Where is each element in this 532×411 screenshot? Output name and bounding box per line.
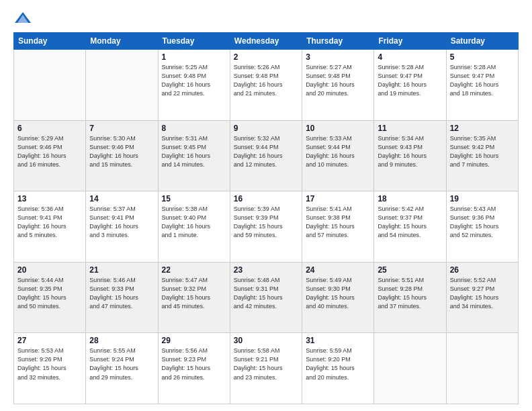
day-number: 18: [378, 194, 442, 203]
day-info: Sunrise: 5:27 AM Sunset: 9:48 PM Dayligh…: [306, 63, 370, 98]
calendar-week-row: 20Sunrise: 5:44 AM Sunset: 9:35 PM Dayli…: [14, 262, 519, 333]
day-header-friday: Friday: [374, 33, 446, 50]
day-header-monday: Monday: [86, 33, 158, 50]
day-info: Sunrise: 5:47 AM Sunset: 9:32 PM Dayligh…: [162, 276, 226, 311]
day-number: 11: [378, 124, 442, 133]
day-info: Sunrise: 5:31 AM Sunset: 9:45 PM Dayligh…: [162, 134, 226, 169]
calendar-cell: 11Sunrise: 5:34 AM Sunset: 9:43 PM Dayli…: [374, 120, 446, 191]
page: SundayMondayTuesdayWednesdayThursdayFrid…: [0, 0, 532, 411]
calendar-cell: 10Sunrise: 5:33 AM Sunset: 9:44 PM Dayli…: [302, 120, 374, 191]
calendar-cell: 29Sunrise: 5:56 AM Sunset: 9:23 PM Dayli…: [158, 333, 230, 404]
day-info: Sunrise: 5:41 AM Sunset: 9:38 PM Dayligh…: [306, 205, 370, 240]
day-info: Sunrise: 5:59 AM Sunset: 9:20 PM Dayligh…: [306, 347, 370, 381]
day-info: Sunrise: 5:30 AM Sunset: 9:46 PM Dayligh…: [89, 134, 154, 169]
day-info: Sunrise: 5:48 AM Sunset: 9:31 PM Dayligh…: [234, 276, 298, 311]
calendar-cell: 4Sunrise: 5:28 AM Sunset: 9:47 PM Daylig…: [374, 50, 446, 121]
day-number: 9: [234, 124, 298, 133]
day-info: Sunrise: 5:36 AM Sunset: 9:41 PM Dayligh…: [17, 205, 82, 240]
day-number: 22: [162, 265, 226, 275]
day-number: 17: [306, 194, 370, 203]
calendar-cell: 12Sunrise: 5:35 AM Sunset: 9:42 PM Dayli…: [446, 120, 518, 191]
day-info: Sunrise: 5:58 AM Sunset: 9:21 PM Dayligh…: [234, 347, 298, 381]
day-number: 16: [234, 194, 298, 203]
day-header-wednesday: Wednesday: [230, 33, 302, 50]
day-number: 23: [234, 265, 298, 275]
calendar: SundayMondayTuesdayWednesdayThursdayFrid…: [13, 32, 519, 404]
calendar-cell: 8Sunrise: 5:31 AM Sunset: 9:45 PM Daylig…: [158, 120, 230, 191]
day-header-tuesday: Tuesday: [158, 33, 230, 50]
day-number: 1: [162, 52, 226, 62]
day-info: Sunrise: 5:26 AM Sunset: 9:48 PM Dayligh…: [234, 63, 298, 98]
day-number: 28: [89, 336, 154, 345]
day-number: 12: [450, 124, 515, 133]
calendar-cell: 14Sunrise: 5:37 AM Sunset: 9:41 PM Dayli…: [86, 191, 158, 263]
day-info: Sunrise: 5:44 AM Sunset: 9:35 PM Dayligh…: [17, 276, 82, 311]
day-info: Sunrise: 5:52 AM Sunset: 9:27 PM Dayligh…: [450, 276, 515, 311]
day-number: 24: [306, 265, 370, 275]
day-number: 10: [306, 124, 370, 133]
day-info: Sunrise: 5:55 AM Sunset: 9:24 PM Dayligh…: [89, 347, 154, 381]
calendar-cell: 3Sunrise: 5:27 AM Sunset: 9:48 PM Daylig…: [302, 50, 374, 121]
day-number: 30: [234, 336, 298, 345]
day-info: Sunrise: 5:34 AM Sunset: 9:43 PM Dayligh…: [378, 134, 442, 169]
day-number: 26: [450, 265, 515, 275]
calendar-cell: 18Sunrise: 5:42 AM Sunset: 9:37 PM Dayli…: [374, 191, 446, 263]
day-info: Sunrise: 5:38 AM Sunset: 9:40 PM Dayligh…: [162, 205, 226, 240]
calendar-week-row: 1Sunrise: 5:25 AM Sunset: 9:48 PM Daylig…: [14, 50, 519, 121]
day-number: 2: [234, 52, 298, 62]
calendar-cell: 25Sunrise: 5:51 AM Sunset: 9:28 PM Dayli…: [374, 262, 446, 333]
day-number: 29: [162, 336, 226, 345]
calendar-header-row: SundayMondayTuesdayWednesdayThursdayFrid…: [14, 33, 519, 50]
day-info: Sunrise: 5:28 AM Sunset: 9:47 PM Dayligh…: [450, 63, 515, 98]
day-info: Sunrise: 5:33 AM Sunset: 9:44 PM Dayligh…: [306, 134, 370, 169]
day-number: 3: [306, 52, 370, 62]
calendar-cell: 7Sunrise: 5:30 AM Sunset: 9:46 PM Daylig…: [86, 120, 158, 191]
calendar-cell: 21Sunrise: 5:46 AM Sunset: 9:33 PM Dayli…: [86, 262, 158, 333]
calendar-cell: 27Sunrise: 5:53 AM Sunset: 9:26 PM Dayli…: [14, 333, 86, 404]
day-number: 25: [378, 265, 442, 275]
calendar-cell: 17Sunrise: 5:41 AM Sunset: 9:38 PM Dayli…: [302, 191, 374, 263]
day-header-saturday: Saturday: [446, 33, 518, 50]
day-info: Sunrise: 5:29 AM Sunset: 9:46 PM Dayligh…: [17, 134, 82, 169]
day-header-thursday: Thursday: [302, 33, 374, 50]
day-number: 6: [17, 124, 82, 133]
day-info: Sunrise: 5:49 AM Sunset: 9:30 PM Dayligh…: [306, 276, 370, 311]
day-number: 4: [378, 52, 442, 62]
day-number: 5: [450, 52, 515, 62]
calendar-cell: 23Sunrise: 5:48 AM Sunset: 9:31 PM Dayli…: [230, 262, 302, 333]
day-info: Sunrise: 5:43 AM Sunset: 9:36 PM Dayligh…: [450, 205, 515, 240]
calendar-week-row: 13Sunrise: 5:36 AM Sunset: 9:41 PM Dayli…: [14, 191, 519, 263]
calendar-cell: 26Sunrise: 5:52 AM Sunset: 9:27 PM Dayli…: [446, 262, 518, 333]
calendar-cell: 22Sunrise: 5:47 AM Sunset: 9:32 PM Dayli…: [158, 262, 230, 333]
day-info: Sunrise: 5:46 AM Sunset: 9:33 PM Dayligh…: [89, 276, 154, 311]
day-info: Sunrise: 5:56 AM Sunset: 9:23 PM Dayligh…: [162, 347, 226, 381]
calendar-cell: 16Sunrise: 5:39 AM Sunset: 9:39 PM Dayli…: [230, 191, 302, 263]
calendar-cell: 31Sunrise: 5:59 AM Sunset: 9:20 PM Dayli…: [302, 333, 374, 404]
calendar-cell: 19Sunrise: 5:43 AM Sunset: 9:36 PM Dayli…: [446, 191, 518, 263]
day-number: 31: [306, 336, 370, 345]
calendar-cell: 2Sunrise: 5:26 AM Sunset: 9:48 PM Daylig…: [230, 50, 302, 121]
day-number: 8: [162, 124, 226, 133]
day-number: 13: [17, 194, 82, 203]
calendar-week-row: 27Sunrise: 5:53 AM Sunset: 9:26 PM Dayli…: [14, 333, 519, 404]
day-info: Sunrise: 5:25 AM Sunset: 9:48 PM Dayligh…: [162, 63, 226, 98]
day-number: 7: [89, 124, 154, 133]
calendar-cell: 28Sunrise: 5:55 AM Sunset: 9:24 PM Dayli…: [86, 333, 158, 404]
day-info: Sunrise: 5:32 AM Sunset: 9:44 PM Dayligh…: [234, 134, 298, 169]
calendar-cell: 30Sunrise: 5:58 AM Sunset: 9:21 PM Dayli…: [230, 333, 302, 404]
calendar-cell: 9Sunrise: 5:32 AM Sunset: 9:44 PM Daylig…: [230, 120, 302, 191]
calendar-cell: [14, 50, 86, 121]
logo-icon: [13, 11, 32, 26]
calendar-cell: 15Sunrise: 5:38 AM Sunset: 9:40 PM Dayli…: [158, 191, 230, 263]
day-number: 20: [17, 265, 82, 275]
day-number: 14: [89, 194, 154, 203]
day-number: 21: [89, 265, 154, 275]
header: [13, 11, 519, 26]
calendar-cell: [446, 333, 518, 404]
day-info: Sunrise: 5:39 AM Sunset: 9:39 PM Dayligh…: [234, 205, 298, 240]
calendar-cell: 1Sunrise: 5:25 AM Sunset: 9:48 PM Daylig…: [158, 50, 230, 121]
calendar-cell: 5Sunrise: 5:28 AM Sunset: 9:47 PM Daylig…: [446, 50, 518, 121]
day-header-sunday: Sunday: [14, 33, 86, 50]
day-info: Sunrise: 5:53 AM Sunset: 9:26 PM Dayligh…: [17, 347, 82, 381]
day-info: Sunrise: 5:42 AM Sunset: 9:37 PM Dayligh…: [378, 205, 442, 240]
